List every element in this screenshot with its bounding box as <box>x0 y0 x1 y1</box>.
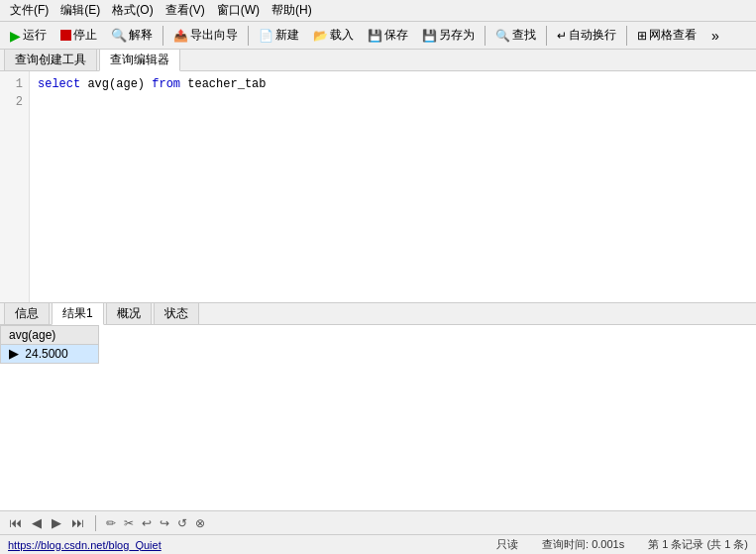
cell-avg-value: ▶ 24.5000 <box>1 345 99 364</box>
find-icon: 🔍 <box>495 29 510 43</box>
autowrap-label: 自动换行 <box>569 27 616 44</box>
sql-line-1: select avg(age) from teacher_tab <box>38 75 748 93</box>
save-label: 保存 <box>384 27 408 44</box>
sep1 <box>162 26 163 46</box>
export-icon: 📤 <box>173 29 188 43</box>
table-row[interactable]: ▶ 24.5000 <box>1 345 99 364</box>
sep4 <box>546 26 547 46</box>
nav-bar: ⏮ ◀ ▶ ⏭ ✏ ✂ ↩ ↪ ↺ ⊗ <box>0 510 756 534</box>
gridview-label: 网格查看 <box>649 27 697 44</box>
save-icon: 💾 <box>368 29 382 43</box>
nav-refresh-button[interactable]: ↺ <box>175 516 189 530</box>
sep2 <box>248 26 249 46</box>
menu-view[interactable]: 查看(V) <box>160 0 211 21</box>
line-num-1: 1 <box>6 75 23 93</box>
find-button[interactable]: 🔍 查找 <box>489 24 542 47</box>
nav-undo-button[interactable]: ↩ <box>140 516 154 530</box>
editor-tab-bar: 查询创建工具 查询编辑器 <box>0 50 756 71</box>
find-label: 查找 <box>512 27 536 44</box>
stop-label: 停止 <box>73 27 97 44</box>
explain-button[interactable]: 🔍 解释 <box>105 24 159 47</box>
menu-format[interactable]: 格式(O) <box>106 0 159 21</box>
gridview-icon: ⊞ <box>637 29 647 43</box>
export-label: 导出向导 <box>190 27 238 44</box>
sep5 <box>626 26 627 46</box>
gridview-button[interactable]: ⊞ 网格查看 <box>631 24 702 47</box>
line-num-2: 2 <box>6 93 23 111</box>
menu-bar: 文件(F) 编辑(E) 格式(O) 查看(V) 窗口(W) 帮助(H) <box>0 0 756 22</box>
menu-edit[interactable]: 编辑(E) <box>54 0 106 21</box>
result-table: avg(age) ▶ 24.5000 <box>0 325 99 364</box>
result-content: avg(age) ▶ 24.5000 <box>0 325 756 510</box>
sep3 <box>485 26 486 46</box>
nav-clear-button[interactable]: ⊗ <box>193 516 207 530</box>
run-button[interactable]: ▶ 运行 <box>4 24 53 47</box>
stop-icon <box>60 30 71 41</box>
result-tab-bar: 信息 结果1 概况 状态 <box>0 303 756 325</box>
results-area: 信息 结果1 概况 状态 avg(age) ▶ 24.5000 ⏮ <box>0 303 756 534</box>
more-button[interactable]: » <box>708 27 722 45</box>
editor-area: 1 2 select avg(age) from teacher_tab <box>0 71 756 303</box>
menu-help[interactable]: 帮助(H) <box>266 0 318 21</box>
autowrap-icon: ↵ <box>557 29 567 43</box>
stop-button[interactable]: 停止 <box>54 24 103 47</box>
new-icon: 📄 <box>259 29 273 43</box>
status-records: 第 1 条记录 (共 1 条) <box>648 537 748 552</box>
new-button[interactable]: 📄 新建 <box>253 24 305 47</box>
sql-line-2 <box>38 93 748 111</box>
avg-value: 24.5000 <box>25 347 67 361</box>
export-button[interactable]: 📤 导出向导 <box>167 24 244 47</box>
line-numbers: 1 2 <box>0 71 30 302</box>
nav-sep1 <box>95 515 96 531</box>
nav-next-button[interactable]: ▶ <box>49 515 64 530</box>
nav-redo-button[interactable]: ↪ <box>158 516 171 530</box>
toolbar: ▶ 运行 停止 🔍 解释 📤 导出向导 📄 新建 📂 载入 💾 保存 💾 另存为… <box>0 22 756 50</box>
save-button[interactable]: 💾 保存 <box>362 24 414 47</box>
saveas-icon: 💾 <box>422 29 437 43</box>
explain-icon: 🔍 <box>111 28 127 43</box>
nav-last-button[interactable]: ⏭ <box>68 515 87 530</box>
run-label: 运行 <box>23 27 47 44</box>
load-icon: 📂 <box>313 29 328 43</box>
status-time: 查询时间: 0.001s <box>542 537 624 552</box>
run-icon: ▶ <box>10 28 21 44</box>
new-label: 新建 <box>275 27 299 44</box>
nav-first-button[interactable]: ⏮ <box>6 515 25 530</box>
sql-editor[interactable]: select avg(age) from teacher_tab <box>30 71 756 302</box>
saveas-button[interactable]: 💾 另存为 <box>416 24 481 47</box>
nav-add-button[interactable]: ✏ <box>104 516 118 530</box>
tab-query-create[interactable]: 查询创建工具 <box>4 49 97 70</box>
tab-result1[interactable]: 结果1 <box>52 302 104 325</box>
tab-info[interactable]: 信息 <box>4 302 50 324</box>
menu-window[interactable]: 窗口(W) <box>211 0 266 21</box>
status-readonly: 只读 <box>496 537 518 552</box>
menu-file[interactable]: 文件(F) <box>4 0 54 21</box>
autowrap-button[interactable]: ↵ 自动换行 <box>551 24 622 47</box>
nav-prev-button[interactable]: ◀ <box>29 515 45 530</box>
status-bar: https://blog.csdn.net/blog_Quiet 只读 查询时间… <box>0 534 756 554</box>
tab-query-editor[interactable]: 查询编辑器 <box>99 49 180 71</box>
tab-overview[interactable]: 概况 <box>106 302 152 324</box>
load-label: 载入 <box>330 27 354 44</box>
row-indicator: ▶ <box>9 347 22 361</box>
load-button[interactable]: 📂 载入 <box>307 24 360 47</box>
status-link[interactable]: https://blog.csdn.net/blog_Quiet <box>8 539 162 551</box>
saveas-label: 另存为 <box>439 27 475 44</box>
table-header-row: avg(age) <box>1 326 99 345</box>
explain-label: 解释 <box>129 27 153 44</box>
col-avg-age: avg(age) <box>1 326 99 345</box>
tab-status[interactable]: 状态 <box>154 302 199 324</box>
nav-delete-button[interactable]: ✂ <box>122 516 136 530</box>
